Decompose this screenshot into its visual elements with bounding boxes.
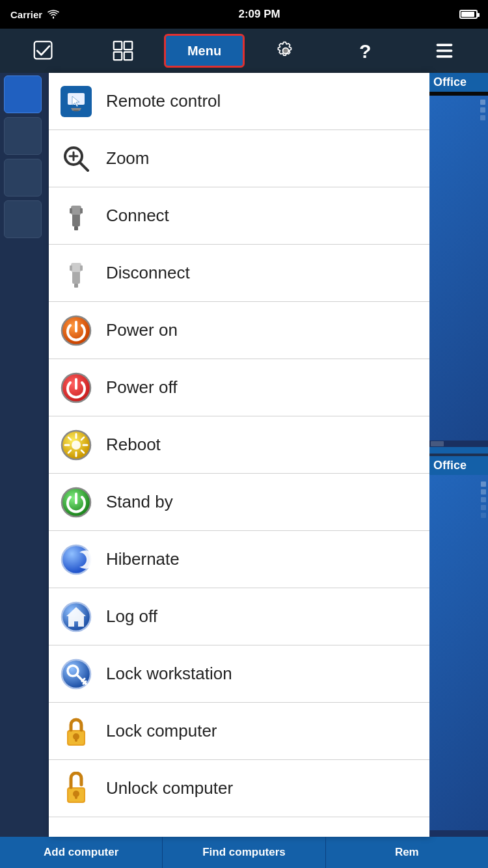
svg-rect-3 bbox=[124, 42, 132, 49]
svg-rect-26 bbox=[71, 263, 81, 272]
svg-rect-21 bbox=[71, 206, 81, 215]
menu-item-lock-computer[interactable]: Lock computer bbox=[49, 703, 429, 760]
time-display: 2:09 PM bbox=[238, 8, 280, 21]
svg-rect-22 bbox=[70, 208, 72, 213]
menu-label-stand-by: Stand by bbox=[106, 492, 173, 512]
svg-text:?: ? bbox=[359, 40, 371, 61]
menu-item-zoom[interactable]: Zoom bbox=[49, 130, 429, 187]
list-icon bbox=[434, 40, 455, 61]
menu-label-hibernate: Hibernate bbox=[106, 549, 180, 569]
find-computers-btn[interactable]: Find computers bbox=[163, 837, 325, 868]
windows-toolbar-btn[interactable] bbox=[85, 34, 161, 68]
menu-item-unlock-computer[interactable]: Unlock computer bbox=[49, 760, 429, 817]
svg-point-33 bbox=[72, 441, 81, 450]
menu-label-zoom: Zoom bbox=[106, 148, 149, 169]
status-bar-left: Carrier bbox=[10, 9, 59, 20]
menu-label-disconnect: Disconnect bbox=[106, 263, 190, 283]
sidebar-item-0[interactable] bbox=[4, 75, 42, 113]
status-bar: Carrier 2:09 PM bbox=[0, 0, 488, 29]
right-card-label-0: Office bbox=[429, 73, 488, 92]
menu-label-connect: Connect bbox=[106, 206, 169, 226]
svg-rect-24 bbox=[74, 226, 78, 230]
find-computers-label: Find computers bbox=[202, 846, 286, 859]
svg-rect-58 bbox=[75, 794, 77, 799]
rem-btn[interactable]: Rem bbox=[326, 837, 488, 868]
svg-line-17 bbox=[79, 162, 88, 170]
power-on-icon bbox=[59, 314, 93, 347]
menu-label-unlock-computer: Unlock computer bbox=[106, 778, 233, 798]
toolbar: Menu ? bbox=[0, 29, 488, 73]
unlock-computer-icon bbox=[59, 772, 93, 806]
gear-toolbar-btn[interactable] bbox=[247, 34, 324, 68]
menu-item-lock-workstation[interactable]: Lock workstation bbox=[49, 645, 429, 703]
right-card-thumb-0 bbox=[429, 92, 488, 454]
svg-rect-9 bbox=[437, 49, 453, 52]
menu-item-connect[interactable]: Connect bbox=[49, 187, 429, 245]
right-card-thumb-1 bbox=[429, 475, 488, 837]
menu-item-log-off[interactable]: Log off bbox=[49, 588, 429, 645]
menu-item-power-on[interactable]: Power on bbox=[49, 302, 429, 359]
menu-dropdown: Remote control Zoom bbox=[49, 73, 429, 837]
sidebar-item-2[interactable] bbox=[4, 159, 42, 197]
zoom-icon bbox=[59, 142, 93, 176]
svg-point-0 bbox=[53, 17, 54, 18]
status-bar-right bbox=[459, 10, 478, 19]
lock-ws-icon bbox=[59, 657, 93, 691]
hibernate-icon bbox=[59, 543, 93, 576]
svg-rect-54 bbox=[75, 737, 77, 742]
add-computer-label: Add computer bbox=[44, 846, 118, 859]
menu-label-power-on: Power on bbox=[106, 320, 178, 340]
logoff-icon bbox=[59, 600, 93, 634]
menu-label-lock-workstation: Lock workstation bbox=[106, 664, 232, 684]
svg-rect-27 bbox=[70, 265, 72, 271]
battery-icon bbox=[459, 10, 478, 19]
menu-label-lock-computer: Lock computer bbox=[106, 721, 217, 741]
question-icon: ? bbox=[355, 40, 375, 61]
menu-label: Menu bbox=[187, 44, 221, 59]
help-toolbar-btn[interactable]: ? bbox=[327, 34, 403, 68]
menu-item-disconnect[interactable]: Disconnect bbox=[49, 245, 429, 302]
carrier-label: Carrier bbox=[10, 9, 42, 20]
add-computer-btn[interactable]: Add computer bbox=[0, 837, 163, 868]
sidebar-item-3[interactable] bbox=[4, 200, 42, 238]
svg-rect-28 bbox=[80, 265, 83, 271]
wifi-icon bbox=[47, 10, 59, 19]
right-panel: Office Office bbox=[429, 73, 488, 837]
svg-rect-8 bbox=[437, 44, 453, 46]
menu-label-power-off: Power off bbox=[106, 377, 177, 398]
right-card-1[interactable]: Office bbox=[429, 456, 488, 837]
rem-label: Rem bbox=[395, 846, 419, 859]
menu-button[interactable]: Menu bbox=[164, 34, 245, 68]
svg-rect-29 bbox=[74, 284, 78, 288]
right-card-label-1: Office bbox=[429, 456, 488, 475]
menu-label-log-off: Log off bbox=[106, 606, 157, 627]
svg-rect-2 bbox=[114, 42, 122, 49]
menu-label-remote-control: Remote control bbox=[106, 91, 221, 111]
svg-rect-20 bbox=[72, 213, 80, 226]
menu-item-reboot[interactable]: Reboot bbox=[49, 416, 429, 474]
checkbox-icon bbox=[33, 40, 54, 61]
svg-rect-5 bbox=[124, 52, 132, 60]
menu-item-hibernate[interactable]: Hibernate bbox=[49, 531, 429, 588]
svg-point-43 bbox=[62, 545, 90, 574]
lock-computer-icon bbox=[59, 714, 93, 748]
reboot-icon bbox=[59, 428, 93, 462]
list-toolbar-btn[interactable] bbox=[406, 34, 483, 68]
sidebar-item-1[interactable] bbox=[4, 117, 42, 155]
checkbox-toolbar-btn[interactable] bbox=[5, 34, 82, 68]
menu-label-reboot: Reboot bbox=[106, 435, 161, 455]
power-off-icon bbox=[59, 371, 93, 405]
remote-control-icon bbox=[59, 85, 93, 118]
menu-item-remote-control[interactable]: Remote control bbox=[49, 73, 429, 130]
right-card-0[interactable]: Office bbox=[429, 73, 488, 454]
connect-icon bbox=[59, 199, 93, 233]
standby-icon bbox=[59, 485, 93, 519]
svg-rect-25 bbox=[72, 271, 80, 284]
svg-rect-14 bbox=[74, 110, 79, 111]
svg-rect-23 bbox=[80, 208, 83, 213]
menu-item-stand-by[interactable]: Stand by bbox=[49, 474, 429, 531]
svg-rect-10 bbox=[437, 55, 453, 58]
windows-icon bbox=[113, 40, 133, 61]
bottom-bar: Add computer Find computers Rem bbox=[0, 837, 488, 868]
menu-item-power-off[interactable]: Power off bbox=[49, 359, 429, 416]
